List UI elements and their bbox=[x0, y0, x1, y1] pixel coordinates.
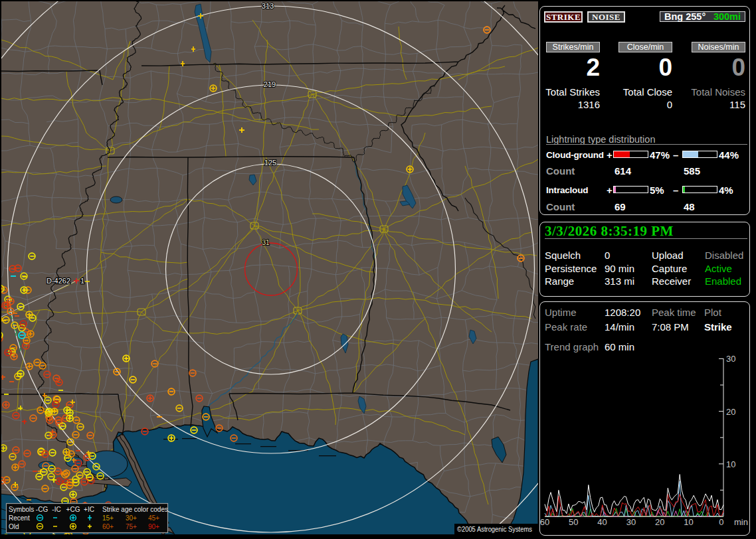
svg-text:30: 30 bbox=[626, 517, 636, 527]
svg-text:D-4262: D-4262 bbox=[47, 277, 70, 285]
svg-text:Symbols: Symbols bbox=[9, 506, 34, 513]
svg-text:Strike age color codes: Strike age color codes bbox=[102, 506, 168, 513]
svg-text:10: 10 bbox=[726, 459, 735, 469]
svg-text:min: min bbox=[734, 517, 748, 527]
svg-text:60: 60 bbox=[540, 517, 549, 527]
svg-text:75+: 75+ bbox=[126, 523, 137, 530]
svg-text:15+: 15+ bbox=[102, 514, 114, 522]
svg-text:-CG: -CG bbox=[36, 506, 48, 513]
svg-text:31: 31 bbox=[262, 239, 270, 246]
svg-text:-IC: -IC bbox=[52, 506, 60, 513]
svg-text:+IC: +IC bbox=[84, 506, 94, 513]
svg-text:20: 20 bbox=[726, 407, 735, 417]
svg-text:90+: 90+ bbox=[148, 523, 159, 530]
svg-text:50: 50 bbox=[569, 517, 578, 527]
svg-text:60+: 60+ bbox=[102, 523, 114, 530]
svg-text:Recent: Recent bbox=[9, 514, 30, 522]
svg-text:+CG: +CG bbox=[66, 506, 80, 513]
svg-text:125: 125 bbox=[264, 159, 276, 167]
svg-text:30+: 30+ bbox=[126, 514, 137, 522]
svg-text:313: 313 bbox=[262, 2, 274, 10]
svg-text:1: 1 bbox=[80, 277, 84, 285]
svg-text:©2005 Astrogenic Systems: ©2005 Astrogenic Systems bbox=[457, 525, 532, 533]
svg-text:219: 219 bbox=[264, 80, 276, 88]
svg-text:45+: 45+ bbox=[148, 514, 159, 522]
svg-text:10: 10 bbox=[684, 517, 693, 527]
svg-text:0: 0 bbox=[719, 517, 723, 527]
svg-text:20: 20 bbox=[655, 517, 664, 527]
svg-text:Old: Old bbox=[9, 523, 19, 530]
svg-text:30: 30 bbox=[726, 354, 735, 364]
svg-text:40: 40 bbox=[597, 517, 607, 527]
